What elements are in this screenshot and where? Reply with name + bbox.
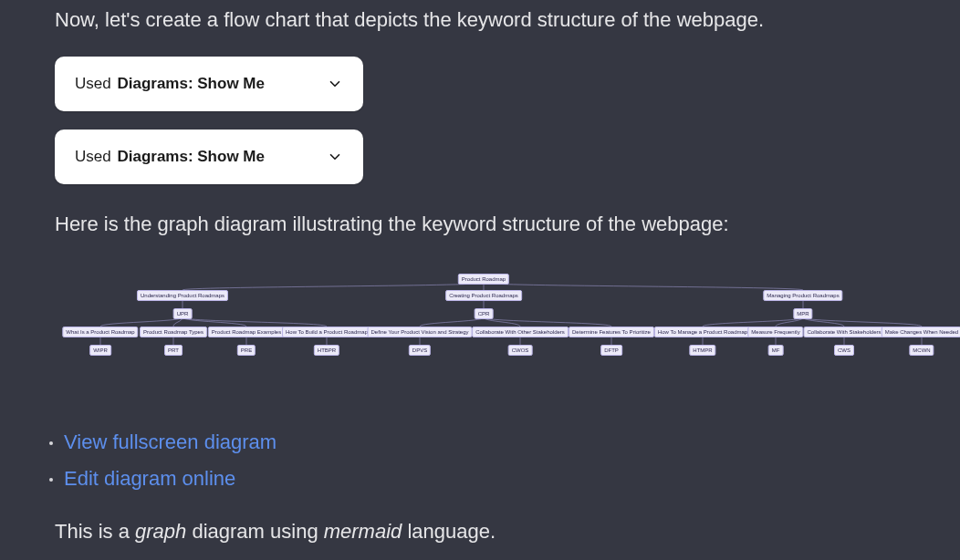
tool-name: Diagrams: Show Me <box>117 75 265 92</box>
footnote: This is a graph diagram using mermaid la… <box>55 518 905 546</box>
diagram-group-code: CPR <box>475 308 494 320</box>
action-links: View fullscreen diagram Edit diagram onl… <box>55 430 905 491</box>
footnote-em: graph <box>135 520 186 543</box>
diagram-node: Determine Features To Prioritize <box>569 327 654 338</box>
diagram-intro-text: Here is the graph diagram illustrating t… <box>55 210 905 239</box>
diagram-node-code: MF <box>768 345 784 357</box>
tool-card[interactable]: Used Diagrams: Show Me <box>55 57 363 111</box>
intro-text: Now, let's create a flow chart that depi… <box>55 5 905 35</box>
chevron-down-icon <box>327 149 343 165</box>
diagram-node: Define Your Product Vision and Strategy <box>368 327 473 338</box>
footnote-text: This is a <box>55 520 135 543</box>
footnote-em: mermaid <box>324 520 402 543</box>
tool-cards-list: Used Diagrams: Show Me Used Diagrams: Sh… <box>55 57 905 184</box>
chevron-down-icon <box>327 76 343 92</box>
tool-label: Used Diagrams: Show Me <box>75 75 265 93</box>
diagram-group-code: UPR <box>173 308 193 320</box>
diagram-node-code: MCWN <box>909 345 934 357</box>
diagram-root: Product Roadmap <box>458 274 509 285</box>
tool-label: Used Diagrams: Show Me <box>75 148 265 166</box>
diagram-group: Creating Product Roadmaps <box>445 290 522 302</box>
diagram-node-code: DPVS <box>409 345 431 357</box>
diagram-group: Managing Product Roadmaps <box>763 290 842 302</box>
diagram-node: Measure Frequently <box>747 327 803 338</box>
diagram-node: Collaborate With Stakeholders <box>803 327 884 338</box>
diagram-node: Product Roadmap Types <box>140 327 207 338</box>
diagram: Product RoadmapUnderstanding Product Roa… <box>55 270 905 398</box>
diagram-group-code: MPR <box>793 308 812 320</box>
tool-card[interactable]: Used Diagrams: Show Me <box>55 130 363 184</box>
diagram-node-code: HTMPR <box>689 345 715 357</box>
tool-name: Diagrams: Show Me <box>117 148 265 165</box>
footnote-text: language. <box>402 520 496 543</box>
list-item: Edit diagram online <box>55 467 905 491</box>
diagram-node: How To Manage a Product Roadmap <box>654 327 751 338</box>
diagram-node: Product Roadmap Examples <box>208 327 285 338</box>
tool-prefix: Used <box>75 148 115 165</box>
diagram-node: What Is a Product Roadmap <box>62 327 138 338</box>
edit-diagram-link[interactable]: Edit diagram online <box>64 467 235 490</box>
diagram-node-code: DFTP <box>600 345 622 357</box>
diagram-node-code: HTBPR <box>314 345 339 357</box>
view-fullscreen-link[interactable]: View fullscreen diagram <box>64 430 277 453</box>
diagram-node-code: PRE <box>237 345 256 357</box>
diagram-node-code: WIPR <box>89 345 111 357</box>
footnote-text: diagram using <box>186 520 323 543</box>
diagram-node-code: PRT <box>164 345 183 357</box>
diagram-node: How To Build a Product Roadmap <box>282 327 371 338</box>
diagram-node: Collaborate With Other Stakeholders <box>472 327 569 338</box>
list-item: View fullscreen diagram <box>55 430 905 454</box>
diagram-node-code: CWS <box>834 345 854 357</box>
tool-prefix: Used <box>75 75 115 92</box>
diagram-node: Make Changes When Needed <box>882 327 960 338</box>
diagram-group: Understanding Product Roadmaps <box>137 290 228 302</box>
diagram-node-code: CWOS <box>508 345 533 357</box>
